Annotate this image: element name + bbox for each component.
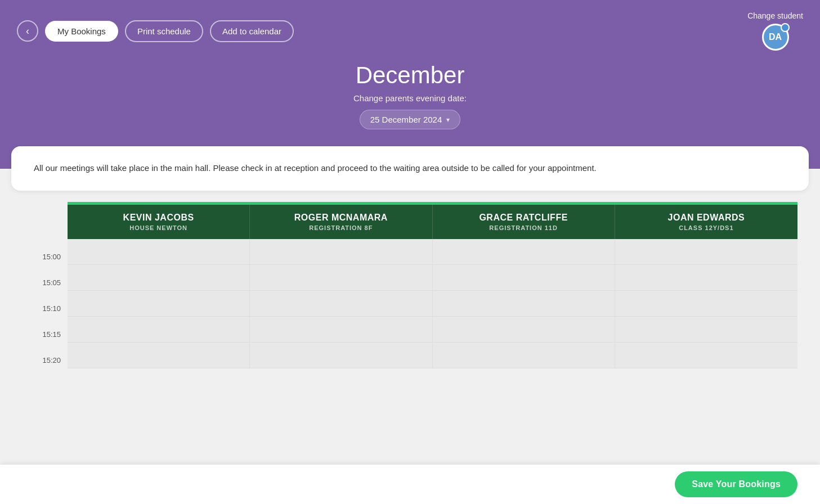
teacher-headers-wrapper: KEVIN JACOBS HOUSE NEWTON ROGER MCNAMARA…	[68, 202, 797, 239]
teacher-header-1: ROGER MCNAMARA REGISTRATION 8F	[250, 205, 432, 239]
header-area: ‹ My Bookings Print schedule Add to cale…	[0, 0, 820, 169]
times-column: 15:00 15:05 15:10 15:15 15:20	[23, 244, 68, 374]
add-to-calendar-button[interactable]: Add to calendar	[210, 20, 294, 42]
cell-1500-0	[68, 239, 250, 265]
time-label-1505: 15:05	[23, 270, 68, 296]
content-area: All our meetings will take place in the …	[0, 146, 820, 430]
cell-1510-1	[250, 291, 432, 317]
teacher-header-3: JOAN EDWARDS CLASS 12Y/DS1	[615, 205, 797, 239]
time-label-1510: 15:10	[23, 296, 68, 322]
teacher-class-1: REGISTRATION 8F	[259, 224, 423, 231]
date-selector[interactable]: 25 December 2024 ▾	[360, 110, 461, 129]
cell-1500-1	[250, 239, 432, 265]
notice-card: All our meetings will take place in the …	[11, 146, 809, 191]
page-title: December	[17, 62, 803, 89]
cell-1520-2	[433, 343, 615, 368]
change-student-label[interactable]: Change student	[747, 11, 803, 20]
cell-1520-3	[615, 343, 797, 368]
back-button[interactable]: ‹	[17, 20, 38, 42]
cell-1505-2	[433, 265, 615, 291]
cell-1515-2	[433, 317, 615, 343]
top-bar-right: Change student DA	[747, 11, 803, 51]
cell-1515-0	[68, 317, 250, 343]
top-bar-left: ‹ My Bookings Print schedule Add to cale…	[17, 20, 294, 42]
chevron-down-icon: ▾	[446, 116, 450, 124]
teacher-name-1: ROGER MCNAMARA	[259, 213, 423, 223]
cell-1510-2	[433, 291, 615, 317]
time-label-1515: 15:15	[23, 322, 68, 348]
cell-1515-1	[250, 317, 432, 343]
teacher-headers: KEVIN JACOBS HOUSE NEWTON ROGER MCNAMARA…	[68, 205, 797, 239]
avatar-initials: DA	[769, 32, 782, 42]
selected-date: 25 December 2024	[370, 115, 442, 124]
my-bookings-button[interactable]: My Bookings	[45, 21, 118, 42]
top-bar: ‹ My Bookings Print schedule Add to cale…	[17, 11, 803, 51]
cell-1505-0	[68, 265, 250, 291]
save-bookings-button[interactable]: Save Your Bookings	[675, 471, 797, 497]
header-center: December Change parents evening date: 25…	[17, 62, 803, 129]
avatar-badge	[781, 23, 790, 32]
teacher-class-3: CLASS 12Y/DS1	[624, 224, 788, 231]
cell-1500-2	[433, 239, 615, 265]
cell-1515-3	[615, 317, 797, 343]
cell-1505-1	[250, 265, 432, 291]
grid-area: KEVIN JACOBS HOUSE NEWTON ROGER MCNAMARA…	[68, 202, 797, 374]
teacher-header-2: GRACE RATCLIFFE REGISTRATION 11D	[433, 205, 615, 239]
teacher-name-3: JOAN EDWARDS	[624, 213, 788, 223]
subtitle: Change parents evening date:	[17, 93, 803, 103]
cell-1510-3	[615, 291, 797, 317]
cell-1520-0	[68, 343, 250, 368]
avatar[interactable]: DA	[762, 24, 789, 51]
cell-1505-3	[615, 265, 797, 291]
time-rows	[68, 239, 797, 368]
cell-1500-3	[615, 239, 797, 265]
schedule-outer: 15:00 15:05 15:10 15:15 15:20 KEVIN JACO…	[23, 202, 797, 374]
teacher-class-0: HOUSE NEWTON	[77, 224, 240, 231]
teacher-name-0: KEVIN JACOBS	[77, 213, 240, 223]
bottom-bar: Save Your Bookings	[0, 465, 820, 504]
time-label-1500: 15:00	[23, 244, 68, 270]
teacher-header-0: KEVIN JACOBS HOUSE NEWTON	[68, 205, 250, 239]
notice-text: All our meetings will take place in the …	[34, 163, 597, 173]
cell-1520-1	[250, 343, 432, 368]
print-schedule-button[interactable]: Print schedule	[125, 20, 203, 42]
time-label-1520: 15:20	[23, 348, 68, 374]
teacher-class-2: REGISTRATION 11D	[442, 224, 606, 231]
teacher-name-2: GRACE RATCLIFFE	[442, 213, 606, 223]
cell-1510-0	[68, 291, 250, 317]
